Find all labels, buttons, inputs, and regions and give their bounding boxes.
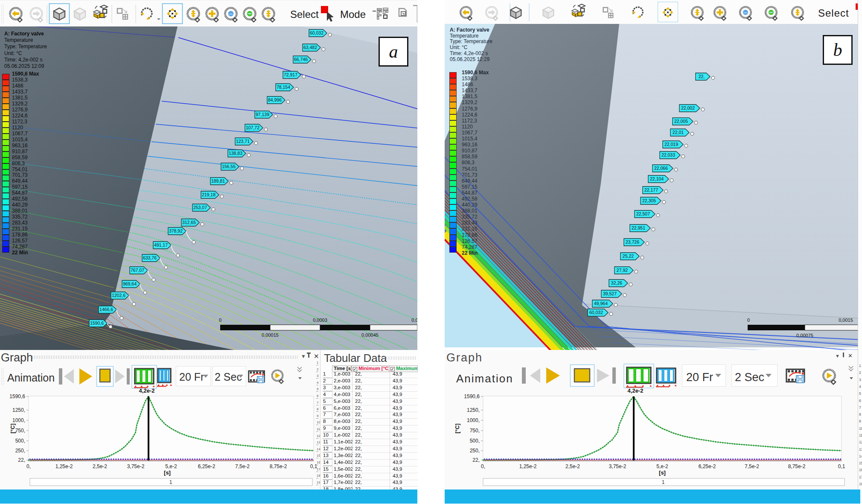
svg-text:750,: 750,: [15, 428, 25, 434]
svg-text:500,: 500,: [15, 438, 25, 444]
svg-text:22,: 22,: [18, 457, 25, 463]
svg-text:0,: 0,: [481, 463, 485, 469]
svg-text:1,25e-2: 1,25e-2: [55, 463, 73, 469]
svg-text:1,25e-2: 1,25e-2: [519, 463, 537, 469]
svg-text:4,2e-2: 4,2e-2: [139, 387, 155, 394]
svg-text:1000,: 1000,: [12, 417, 25, 423]
svg-text:1: 1: [169, 479, 172, 485]
svg-text:5,e-2: 5,e-2: [656, 463, 668, 469]
svg-text:[s]: [s]: [164, 469, 171, 476]
svg-text:3,75e-2: 3,75e-2: [609, 463, 626, 469]
svg-text:500,: 500,: [470, 438, 480, 444]
svg-text:4,2e-2: 4,2e-2: [628, 387, 644, 394]
svg-text:1: 1: [662, 479, 665, 485]
svg-text:22,: 22,: [472, 457, 480, 463]
svg-text:1250,: 1250,: [12, 407, 25, 413]
svg-text:1590,6: 1590,6: [9, 393, 25, 399]
svg-text:8,75e-2: 8,75e-2: [788, 463, 806, 469]
svg-text:2,5e-2: 2,5e-2: [565, 463, 580, 469]
svg-text:8,75e-2: 8,75e-2: [270, 463, 287, 469]
svg-text:6,25e-2: 6,25e-2: [699, 463, 716, 469]
svg-text:6,25e-2: 6,25e-2: [198, 463, 216, 469]
svg-text:250,: 250,: [470, 448, 480, 454]
svg-text:0,: 0,: [26, 463, 31, 469]
svg-text:1250,: 1250,: [467, 407, 480, 413]
svg-text:250,: 250,: [15, 448, 25, 454]
svg-text:0,1: 0,1: [838, 463, 845, 469]
svg-text:5,e-2: 5,e-2: [165, 463, 177, 469]
svg-text:[s]: [s]: [659, 469, 666, 476]
svg-text:[°C]: [°C]: [9, 423, 16, 433]
svg-text:1000,: 1000,: [467, 417, 480, 423]
svg-text:1590,6: 1590,6: [464, 393, 480, 399]
svg-text:3,75e-2: 3,75e-2: [127, 463, 145, 469]
svg-text:2,5e-2: 2,5e-2: [93, 463, 107, 469]
svg-text:7,5e-2: 7,5e-2: [745, 463, 759, 469]
svg-text:750,: 750,: [470, 428, 480, 434]
svg-text:7,5e-2: 7,5e-2: [235, 463, 250, 469]
svg-text:[°C]: [°C]: [454, 423, 460, 433]
